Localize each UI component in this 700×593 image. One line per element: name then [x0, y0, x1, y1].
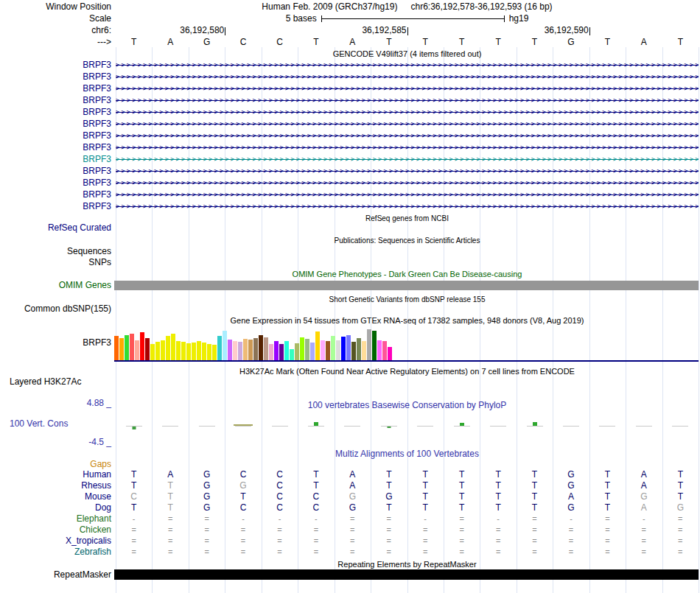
- transcript-row[interactable]: BRPF3>>>>>>>>>>>>>>>>>>>>>>>>>>>>>>>>>>>…: [0, 130, 700, 141]
- species-label[interactable]: Mouse: [0, 491, 115, 502]
- gtex-tissue-bar[interactable]: [155, 342, 160, 360]
- h3k27ac-label[interactable]: Layered H3K27Ac: [0, 376, 125, 387]
- gtex-tissue-bar[interactable]: [341, 337, 346, 360]
- species-label[interactable]: Elephant: [0, 513, 115, 524]
- gtex-tissue-bar[interactable]: [125, 335, 129, 360]
- gaps-label[interactable]: Gaps: [0, 459, 115, 470]
- transcript-label[interactable]: BRPF3: [0, 59, 115, 71]
- gtex-tissue-bar[interactable]: [202, 343, 206, 360]
- transcript-arrows[interactable]: >>>>>>>>>>>>>>>>>>>>>>>>>>>>>>>>>>>>>>>>…: [116, 165, 699, 177]
- gtex-tissue-bar[interactable]: [186, 343, 191, 360]
- transcript-row[interactable]: BRPF3>>>>>>>>>>>>>>>>>>>>>>>>>>>>>>>>>>>…: [0, 59, 700, 71]
- gtex-tissue-bar[interactable]: [351, 342, 356, 360]
- species-label[interactable]: Rhesus: [0, 480, 115, 491]
- transcript-arrows[interactable]: >>>>>>>>>>>>>>>>>>>>>>>>>>>>>>>>>>>>>>>>…: [116, 153, 699, 165]
- transcript-label[interactable]: BRPF3: [0, 141, 115, 153]
- omim-genes-label[interactable]: OMIM Genes: [0, 280, 115, 291]
- gtex-tissue-bar[interactable]: [269, 344, 273, 360]
- transcript-label[interactable]: BRPF3: [0, 71, 115, 83]
- gtex-tissue-bar[interactable]: [243, 339, 248, 360]
- transcript-row[interactable]: BRPF3>>>>>>>>>>>>>>>>>>>>>>>>>>>>>>>>>>>…: [0, 71, 700, 83]
- gtex-tissue-bar[interactable]: [295, 343, 299, 360]
- gtex-tissue-bar[interactable]: [336, 340, 340, 360]
- transcript-row[interactable]: BRPF3>>>>>>>>>>>>>>>>>>>>>>>>>>>>>>>>>>>…: [0, 177, 700, 189]
- transcript-arrows[interactable]: >>>>>>>>>>>>>>>>>>>>>>>>>>>>>>>>>>>>>>>>…: [116, 141, 699, 153]
- species-label[interactable]: Dog: [0, 502, 115, 513]
- gtex-tissue-bar[interactable]: [166, 336, 170, 360]
- gtex-tissue-bar[interactable]: [181, 342, 186, 360]
- gtex-tissue-bar[interactable]: [305, 339, 309, 360]
- transcript-row[interactable]: BRPF3>>>>>>>>>>>>>>>>>>>>>>>>>>>>>>>>>>>…: [0, 153, 700, 165]
- transcript-label[interactable]: BRPF3: [0, 94, 115, 106]
- gtex-tissue-bar[interactable]: [248, 340, 253, 360]
- gtex-tissue-bar[interactable]: [119, 338, 124, 360]
- transcript-arrows[interactable]: >>>>>>>>>>>>>>>>>>>>>>>>>>>>>>>>>>>>>>>>…: [116, 94, 699, 106]
- sequences-label[interactable]: Sequences: [0, 246, 115, 257]
- gtex-tissue-bar[interactable]: [253, 338, 258, 360]
- gtex-tissue-bar[interactable]: [140, 332, 144, 360]
- gtex-tissue-bar[interactable]: [326, 341, 330, 360]
- transcript-row[interactable]: BRPF3>>>>>>>>>>>>>>>>>>>>>>>>>>>>>>>>>>>…: [0, 189, 700, 200]
- gtex-tissue-bar[interactable]: [161, 340, 165, 360]
- gtex-tissue-bar[interactable]: [279, 344, 284, 360]
- transcript-row[interactable]: BRPF3>>>>>>>>>>>>>>>>>>>>>>>>>>>>>>>>>>>…: [0, 165, 700, 177]
- transcript-row[interactable]: BRPF3>>>>>>>>>>>>>>>>>>>>>>>>>>>>>>>>>>>…: [0, 83, 700, 94]
- snps-label[interactable]: SNPs: [0, 257, 115, 268]
- repeatmasker-label[interactable]: RepeatMasker: [0, 569, 115, 580]
- gtex-tissue-bar[interactable]: [135, 340, 139, 360]
- transcript-row[interactable]: BRPF3>>>>>>>>>>>>>>>>>>>>>>>>>>>>>>>>>>>…: [0, 200, 700, 212]
- dbsnp-label[interactable]: Common dbSNP(155): [0, 303, 115, 315]
- gtex-bars[interactable]: [114, 329, 396, 360]
- gtex-tissue-bar[interactable]: [233, 341, 237, 360]
- gtex-tissue-bar[interactable]: [372, 331, 377, 360]
- gtex-tissue-bar[interactable]: [150, 344, 155, 360]
- transcript-row[interactable]: BRPF3>>>>>>>>>>>>>>>>>>>>>>>>>>>>>>>>>>>…: [0, 118, 700, 130]
- gtex-tissue-bar[interactable]: [382, 341, 387, 360]
- gtex-tissue-bar[interactable]: [290, 349, 294, 360]
- gtex-tissue-bar[interactable]: [212, 345, 217, 360]
- gtex-tissue-bar[interactable]: [238, 342, 242, 360]
- gtex-tissue-bar[interactable]: [346, 335, 351, 360]
- transcript-row[interactable]: BRPF3>>>>>>>>>>>>>>>>>>>>>>>>>>>>>>>>>>>…: [0, 141, 700, 153]
- gtex-tissue-bar[interactable]: [207, 344, 211, 360]
- transcript-label[interactable]: BRPF3: [0, 177, 115, 189]
- gtex-tissue-bar[interactable]: [176, 341, 181, 360]
- species-label[interactable]: X_tropicalis: [0, 536, 115, 547]
- gtex-tissue-bar[interactable]: [315, 331, 320, 360]
- transcript-arrows[interactable]: >>>>>>>>>>>>>>>>>>>>>>>>>>>>>>>>>>>>>>>>…: [116, 106, 699, 118]
- gtex-tissue-bar[interactable]: [274, 341, 279, 360]
- refseq-curated-label[interactable]: RefSeq Curated: [0, 222, 115, 234]
- gtex-tissue-bar[interactable]: [259, 335, 263, 360]
- transcript-label[interactable]: BRPF3: [0, 130, 115, 141]
- gtex-tissue-bar[interactable]: [228, 340, 232, 360]
- transcript-label[interactable]: BRPF3: [0, 200, 115, 212]
- transcript-arrows[interactable]: >>>>>>>>>>>>>>>>>>>>>>>>>>>>>>>>>>>>>>>>…: [116, 83, 699, 94]
- gtex-gene-label[interactable]: BRPF3: [0, 337, 115, 348]
- gtex-tissue-bar[interactable]: [377, 340, 382, 360]
- gtex-tissue-bar[interactable]: [145, 338, 150, 360]
- gtex-tissue-bar[interactable]: [388, 347, 392, 360]
- species-label[interactable]: Human: [0, 469, 115, 480]
- gtex-tissue-bar[interactable]: [321, 340, 325, 360]
- gtex-tissue-bar[interactable]: [331, 336, 335, 360]
- gtex-tissue-bar[interactable]: [310, 343, 315, 360]
- gtex-tissue-bar[interactable]: [114, 336, 119, 360]
- transcript-label[interactable]: BRPF3: [0, 83, 115, 94]
- transcript-arrows[interactable]: >>>>>>>>>>>>>>>>>>>>>>>>>>>>>>>>>>>>>>>>…: [116, 118, 699, 130]
- species-label[interactable]: Chicken: [0, 524, 115, 536]
- transcript-arrows[interactable]: >>>>>>>>>>>>>>>>>>>>>>>>>>>>>>>>>>>>>>>>…: [116, 130, 699, 141]
- transcript-arrows[interactable]: >>>>>>>>>>>>>>>>>>>>>>>>>>>>>>>>>>>>>>>>…: [116, 59, 699, 71]
- gtex-tissue-bar[interactable]: [264, 337, 268, 360]
- transcript-arrows[interactable]: >>>>>>>>>>>>>>>>>>>>>>>>>>>>>>>>>>>>>>>>…: [116, 200, 699, 212]
- gtex-tissue-bar[interactable]: [197, 341, 201, 360]
- transcript-arrows[interactable]: >>>>>>>>>>>>>>>>>>>>>>>>>>>>>>>>>>>>>>>>…: [116, 71, 699, 83]
- gtex-tissue-bar[interactable]: [357, 338, 361, 360]
- transcript-label[interactable]: BRPF3: [0, 106, 115, 118]
- gtex-tissue-bar[interactable]: [284, 341, 289, 360]
- transcript-label[interactable]: BRPF3: [0, 189, 115, 200]
- gtex-tissue-bar[interactable]: [367, 329, 371, 360]
- gtex-tissue-bar[interactable]: [192, 343, 196, 360]
- transcript-label[interactable]: BRPF3: [0, 165, 115, 177]
- gtex-tissue-bar[interactable]: [217, 336, 222, 360]
- transcript-arrows[interactable]: >>>>>>>>>>>>>>>>>>>>>>>>>>>>>>>>>>>>>>>>…: [116, 177, 699, 189]
